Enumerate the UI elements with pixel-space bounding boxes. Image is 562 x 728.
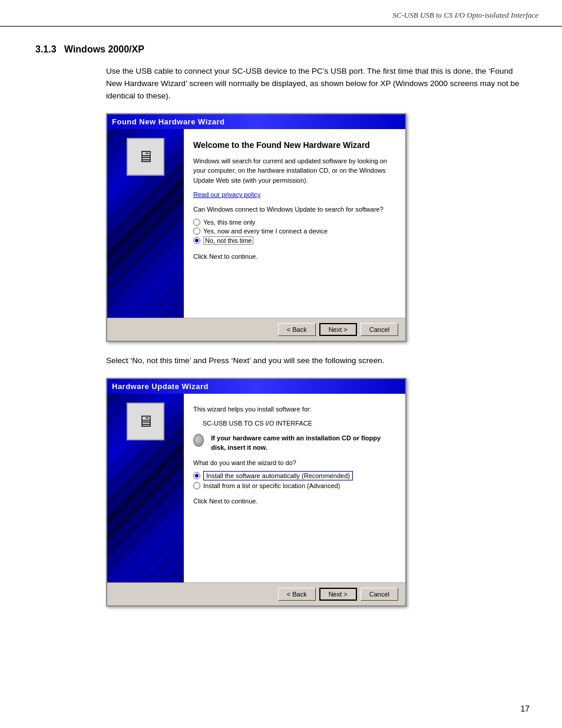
dialog2-radio-label-1: Install the software automatically (Reco… (203, 471, 353, 480)
page-number: 17 (520, 704, 530, 713)
hardware-icon-box: 🖥 (127, 138, 164, 176)
dialog2-radio-option-1[interactable]: Install the software automatically (Reco… (193, 471, 396, 480)
dialog1-cancel-button[interactable]: Cancel (361, 323, 398, 336)
dialog2-next-button[interactable]: Next > (319, 588, 357, 601)
dialog2-body1: This wizard helps you install software f… (193, 404, 396, 414)
dialog1-click-next: Click Next to continue. (193, 252, 396, 262)
hardware-icon-2: 🖥 (137, 411, 154, 431)
hardware-icon-box-2: 🖥 (127, 403, 164, 440)
dialog1-footer: < Back Next > Cancel (107, 318, 405, 341)
dialog1-question: Can Windows connect to Windows Update to… (193, 205, 396, 215)
radio-option-3[interactable]: No, not this time (193, 236, 396, 245)
header-title: SC-USB USB to CS I/O Opto-isolated Inter… (392, 11, 538, 19)
dialog2-main: 🖥 This wizard helps you install software… (107, 394, 405, 582)
dialog1-sidebar: 🖥 (107, 129, 184, 318)
dialog1-title: Found New Hardware Wizard (112, 117, 225, 126)
radio-selected-label: No, not this time (203, 236, 253, 245)
dialog2-sidebar: 🖥 (107, 394, 184, 582)
dialog1-main: 🖥 Welcome to the Found New Hardware Wiza… (107, 129, 405, 318)
dialog2-body: 🖥 This wizard helps you install software… (107, 394, 405, 605)
section-title: 3.1.3 Windows 2000/XP (35, 44, 527, 55)
dialog2-titlebar: Hardware Update Wizard (107, 379, 405, 394)
radio-option-2[interactable]: Yes, now and every time I connect a devi… (193, 228, 396, 235)
dialog1-heading: Welcome to the Found New Hardware Wizard (193, 140, 396, 150)
dialog1-right: Welcome to the Found New Hardware Wizard… (184, 129, 405, 318)
dialog2-question: What do you want the wizard to do? (193, 458, 396, 468)
cd-icon (193, 434, 204, 447)
dialog1-titlebar: Found New Hardware Wizard (107, 114, 405, 129)
hardware-icon: 🖥 (137, 147, 154, 166)
dialog2-cancel-button[interactable]: Cancel (361, 588, 398, 601)
dialog1-back-button[interactable]: < Back (278, 323, 316, 336)
radio-circle-2 (193, 228, 200, 235)
radio-option-1[interactable]: Yes, this time only (193, 219, 396, 226)
dialog1-body: 🖥 Welcome to the Found New Hardware Wiza… (107, 129, 405, 341)
dialog2-right: This wizard helps you install software f… (184, 394, 405, 582)
dialog1-next-button[interactable]: Next > (319, 323, 357, 336)
dialog2-click-next: Click Next to continue. (193, 496, 396, 506)
dialog2-radio-option-2[interactable]: Install from a list or specific location… (193, 482, 396, 489)
dialog2-footer: < Back Next > Cancel (107, 582, 405, 605)
dialog2-back-button[interactable]: < Back (278, 588, 316, 601)
dialog2-radio-circle-2 (193, 482, 200, 489)
radio-circle-3 (193, 237, 200, 244)
hardware-update-wizard: Hardware Update Wizard 🖥 This wizard hel… (106, 378, 406, 607)
dialog1-body1: Windows will search for current and upda… (193, 156, 396, 186)
page-content: 3.1.3 Windows 2000/XP Use the USB cable … (0, 27, 562, 655)
page-header: SC-USB USB to CS I/O Opto-isolated Inter… (0, 0, 562, 27)
dialog2-radio-circle-1 (193, 472, 200, 479)
found-new-hardware-wizard: Found New Hardware Wizard 🖥 Welcome to t… (106, 113, 406, 342)
between-text: Select ‘No, not this time’ and Press ‘Ne… (106, 355, 527, 367)
device-name: SC-USB USB TO CS I/O INTERFACE (199, 419, 396, 428)
cd-text: If your hardware came with an installati… (211, 434, 396, 452)
dialog2-title: Hardware Update Wizard (112, 382, 209, 391)
cd-row: If your hardware came with an installati… (193, 434, 396, 452)
intro-text: Use the USB cable to connect your SC-USB… (106, 65, 527, 103)
radio-circle-1 (193, 219, 200, 226)
privacy-link[interactable]: Read our privacy policy (193, 191, 260, 198)
